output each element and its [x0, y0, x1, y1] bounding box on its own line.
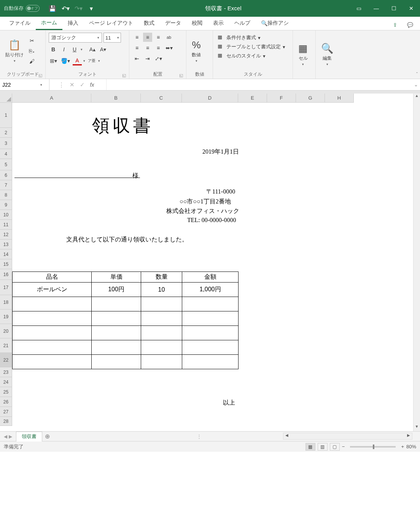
row-header-5[interactable]: 5 [0, 159, 12, 170]
row-header-6[interactable]: 6 [0, 170, 12, 180]
undo-icon[interactable]: ↶▾ [60, 3, 71, 14]
italic-button[interactable]: I [59, 45, 68, 54]
align-middle-icon[interactable]: ≡ [143, 33, 152, 42]
bold-button[interactable]: B [49, 45, 58, 54]
vertical-scrollbar[interactable]: ▲ ▼ [413, 94, 420, 431]
tab-insert[interactable]: 挿入 [62, 16, 84, 30]
fill-color-icon[interactable]: 🪣▾ [60, 56, 71, 65]
row-header-16[interactable]: 16 [0, 269, 12, 280]
col-header-D[interactable]: D [182, 94, 238, 103]
autosave-toggle[interactable]: 自動保存 オフ [4, 5, 40, 12]
tab-help[interactable]: ヘルプ [229, 16, 256, 30]
row-header-12[interactable]: 12 [0, 230, 12, 240]
align-right-icon[interactable]: ≡ [154, 43, 163, 52]
merge-center-icon[interactable]: ⬌▾ [164, 43, 174, 52]
borders-icon[interactable]: ⊞▾ [49, 56, 58, 65]
row-header-20[interactable]: 20 [0, 324, 12, 338]
name-box-input[interactable] [2, 82, 40, 88]
tab-split-icon[interactable]: ⋮ [197, 433, 202, 439]
row-header-15[interactable]: 15 [0, 259, 12, 269]
underline-button[interactable]: U [70, 45, 79, 54]
font-name-combo[interactable]: 游ゴシック▾ [49, 33, 102, 43]
horizontal-scrollbar[interactable]: ◀ ▶ [283, 433, 412, 440]
decrease-indent-icon[interactable]: ⇤ [132, 54, 142, 63]
page-layout-view-icon[interactable]: ▥ [318, 443, 328, 451]
row-header-3[interactable]: 3 [0, 138, 12, 149]
new-sheet-icon[interactable]: ⊕ [42, 433, 52, 440]
row-header-26[interactable]: 26 [0, 397, 12, 407]
row-header-14[interactable]: 14 [0, 249, 12, 259]
row-header-11[interactable]: 11 [0, 220, 12, 230]
align-center-icon[interactable]: ≡ [143, 43, 152, 52]
row-header-18[interactable]: 18 [0, 295, 12, 310]
row-header-19[interactable]: 19 [0, 310, 12, 324]
scroll-right-icon[interactable]: ▶ [405, 433, 412, 439]
tab-formulas[interactable]: 数式 [138, 16, 160, 30]
worksheet-grid[interactable]: ABCDEFGH 1234567891011121314151617181920… [0, 94, 420, 431]
grow-font-icon[interactable]: A▴ [88, 45, 97, 54]
phonetic-icon[interactable]: ア亜 [87, 56, 97, 65]
expand-formula-bar-icon[interactable]: ⌄ [412, 79, 420, 90]
number-format-button[interactable]: % 数値 ▾ [189, 32, 203, 70]
row-header-17[interactable]: 17 [0, 280, 12, 295]
maximize-icon[interactable]: ☐ [385, 0, 402, 17]
ribbon-display-icon[interactable]: ▭ [350, 0, 368, 17]
paste-button[interactable]: 📋 貼り付け ▾ [3, 32, 26, 70]
sheet-nav-next-icon[interactable]: ▶ [9, 434, 12, 439]
tab-review[interactable]: 校閲 [186, 16, 208, 30]
font-size-combo[interactable]: 11▾ [103, 33, 121, 43]
select-all-corner[interactable] [0, 94, 12, 103]
row-header-13[interactable]: 13 [0, 240, 12, 249]
row-header-23[interactable]: 23 [0, 367, 12, 377]
wrap-text-icon[interactable]: ab [164, 33, 173, 42]
zoom-out-icon[interactable]: − [342, 444, 345, 449]
conditional-format-button[interactable]: ▦条件付き書式 ▾ [216, 33, 290, 42]
tell-me[interactable]: 🔍 操作アシ [256, 16, 294, 30]
increase-indent-icon[interactable]: ⇥ [143, 54, 152, 63]
col-header-A[interactable]: A [12, 94, 91, 103]
cells-button[interactable]: ▦ セル ▾ [296, 32, 310, 76]
align-top-icon[interactable]: ≡ [132, 33, 142, 42]
scroll-left-icon[interactable]: ◀ [283, 433, 290, 439]
sheet-nav-prev-icon[interactable]: ◀ [4, 434, 7, 439]
row-header-1[interactable]: 1 [0, 103, 12, 128]
clipboard-dialog-icon[interactable]: ◱ [38, 73, 42, 78]
row-header-24[interactable]: 24 [0, 377, 12, 387]
format-painter-icon[interactable]: 🖌 [27, 57, 37, 66]
tab-page-layout[interactable]: ページ レイアウト [84, 16, 138, 30]
tab-home[interactable]: ホーム [36, 16, 62, 30]
row-header-21[interactable]: 21 [0, 338, 12, 353]
enter-icon[interactable]: ✓ [80, 81, 85, 88]
zoom-in-icon[interactable]: + [401, 444, 404, 449]
formula-bar[interactable] [107, 79, 412, 90]
orientation-icon[interactable]: ⤢▾ [154, 54, 163, 63]
minimize-icon[interactable]: — [368, 0, 385, 17]
zoom-slider[interactable] [350, 446, 396, 448]
share-icon[interactable]: ⇪ [389, 19, 401, 30]
align-left-icon[interactable]: ≡ [132, 43, 142, 52]
tab-file[interactable]: ファイル [4, 16, 36, 30]
tab-data[interactable]: データ [160, 16, 186, 30]
find-select-button[interactable]: 🔍 編集 ▾ [319, 32, 336, 76]
redo-icon[interactable]: ↷▾ [73, 3, 84, 14]
col-header-F[interactable]: F [267, 94, 296, 103]
col-header-G[interactable]: G [296, 94, 325, 103]
comments-icon[interactable]: 💬 [404, 19, 416, 30]
row-header-7[interactable]: 7 [0, 180, 12, 190]
row-header-10[interactable]: 10 [0, 210, 12, 220]
row-header-25[interactable]: 25 [0, 387, 12, 397]
row-header-9[interactable]: 9 [0, 200, 12, 210]
name-box-dropdown-icon[interactable]: ▾ [40, 83, 42, 87]
font-dialog-icon[interactable]: ◱ [122, 73, 126, 78]
col-header-C[interactable]: C [141, 94, 182, 103]
column-headers[interactable]: ABCDEFGH [12, 94, 354, 103]
page-break-view-icon[interactable]: ▢ [330, 443, 340, 451]
shrink-font-icon[interactable]: A▾ [99, 45, 108, 54]
col-header-E[interactable]: E [238, 94, 267, 103]
save-icon[interactable]: 💾 [47, 3, 58, 14]
tab-view[interactable]: 表示 [208, 16, 229, 30]
cell-styles-button[interactable]: ▦セルのスタイル ▾ [216, 52, 290, 60]
format-as-table-button[interactable]: ▦テーブルとして書式設定 ▾ [216, 43, 290, 51]
close-icon[interactable]: ✕ [402, 0, 420, 17]
row-header-22[interactable]: 22 [0, 353, 12, 367]
